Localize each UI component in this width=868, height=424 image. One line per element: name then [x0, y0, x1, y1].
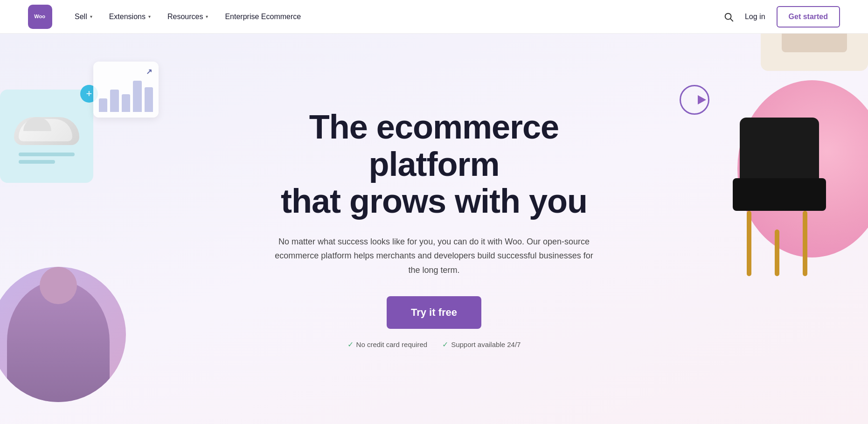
hero-section: + ↗: [0, 34, 868, 424]
product-card-right: [761, 34, 868, 71]
nav-resources[interactable]: Resources ▾: [167, 13, 208, 21]
sell-chevron-icon: ▾: [90, 14, 92, 19]
login-link[interactable]: Log in: [745, 13, 765, 21]
speech-bubble: [680, 85, 709, 115]
badge-support: ✓ Support available 24/7: [442, 340, 521, 349]
check-icon-1: ✓: [347, 340, 354, 349]
trend-arrow-icon: ↗: [146, 67, 152, 76]
nav-links: Sell ▾ Extensions ▾ Resources ▾ Enterpri…: [75, 13, 723, 21]
chair-illustration: [719, 108, 840, 276]
deco-left: + ↗: [0, 90, 149, 192]
extensions-chevron-icon: ▾: [148, 14, 151, 19]
product-card-shoe: +: [0, 90, 93, 183]
svg-text:Woo: Woo: [34, 13, 45, 19]
get-started-button[interactable]: Get started: [777, 6, 840, 28]
nav-extensions[interactable]: Extensions ▾: [109, 13, 151, 21]
check-icon-2: ✓: [442, 340, 448, 349]
svg-line-2: [730, 19, 733, 21]
nav-sell[interactable]: Sell ▾: [75, 13, 92, 21]
chart-widget: ↗: [93, 62, 159, 118]
woo-svg: Woo: [32, 9, 48, 25]
nav-right: Log in Get started: [723, 6, 840, 28]
nav-enterprise[interactable]: Enterprise Ecommerce: [225, 13, 301, 21]
resources-chevron-icon: ▾: [206, 14, 208, 19]
hero-subtitle: No matter what success looks like for yo…: [271, 235, 597, 278]
person-circle: [0, 267, 126, 402]
hero-badges: ✓ No credit card required ✓ Support avai…: [252, 340, 616, 349]
hero-content: The ecommerce platform that grows with y…: [252, 109, 616, 348]
product-info-lines: [19, 153, 75, 167]
woo-logo-icon: Woo: [28, 5, 52, 29]
navigation: Woo Sell ▾ Extensions ▾ Resources ▾ Ente…: [0, 0, 868, 34]
try-free-button[interactable]: Try it free: [387, 296, 481, 329]
logo[interactable]: Woo: [28, 5, 52, 29]
hero-title: The ecommerce platform that grows with y…: [252, 109, 616, 220]
person-head: [40, 267, 77, 304]
person-silhouette: [7, 281, 110, 402]
search-button[interactable]: [723, 12, 734, 22]
cta-wrapper: Try it free: [252, 296, 616, 340]
play-icon: [698, 95, 706, 104]
shoe-illustration: [14, 105, 79, 145]
product-image-placeholder: [782, 34, 847, 52]
badge-no-card: ✓ No credit card required: [347, 340, 428, 349]
search-icon: [723, 12, 734, 22]
